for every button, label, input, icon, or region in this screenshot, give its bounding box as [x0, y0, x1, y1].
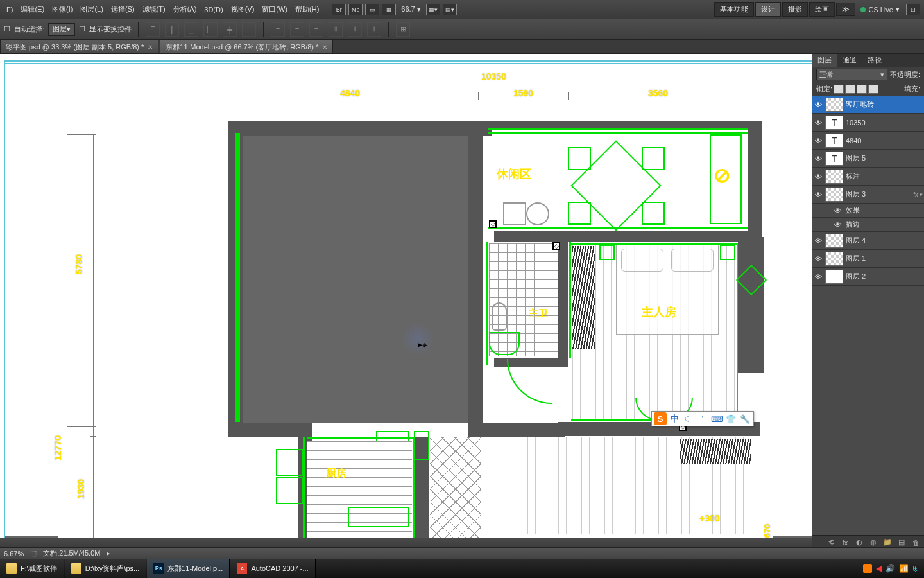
view-rulers-icon[interactable]: ▤▾ — [443, 4, 457, 15]
layer-label[interactable]: 图层 5 — [846, 153, 923, 163]
show-transform-checkbox[interactable]: ☐ — [79, 25, 85, 33]
layer-row[interactable]: 👁 图层 3 fx ▾ — [812, 186, 924, 204]
delete-layer-icon[interactable]: 🗑 — [910, 538, 921, 548]
layer-row[interactable]: 👁 标注 — [812, 168, 924, 186]
layer-row[interactable]: 👁 T 4840 — [812, 132, 924, 150]
text-layer-icon[interactable]: T — [825, 152, 843, 166]
workspace-design[interactable]: 设计 — [755, 2, 781, 17]
layer-row[interactable]: 👁 图层 4 — [812, 232, 924, 250]
dist-bottom-icon[interactable]: ≡ — [309, 22, 323, 37]
taskbar-item[interactable]: Ps 东郡11-Model.p... — [147, 559, 230, 578]
layer-effect-row[interactable]: 👁 效果 — [812, 204, 924, 218]
menu-help[interactable]: 帮助(H) — [291, 2, 323, 17]
layer-thumb[interactable] — [825, 170, 843, 184]
text-layer-icon[interactable]: T — [825, 134, 843, 148]
visibility-icon[interactable]: 👁 — [814, 136, 823, 145]
visibility-icon[interactable]: 👁 — [814, 190, 823, 199]
text-layer-icon[interactable]: T — [825, 116, 843, 130]
layer-list[interactable]: 👁 客厅地砖 👁 T 10350 👁 T 4840 👁 T 图层 5 👁 — [812, 96, 924, 535]
layer-mask-icon[interactable]: ◐ — [853, 538, 865, 548]
dist-top-icon[interactable]: ≡ — [271, 22, 285, 37]
menu-edit[interactable]: 编辑(E) — [17, 2, 48, 17]
auto-select-checkbox[interactable]: ☐ — [4, 25, 10, 33]
dist-vmid-icon[interactable]: ≡ — [290, 22, 304, 37]
canvas[interactable]: 10350 4840 1590 3560 5780 12770 1930 — [0, 54, 812, 536]
layer-row[interactable]: 👁 图层 1 — [812, 250, 924, 268]
doc-info-menu-icon[interactable]: ▸ — [107, 549, 110, 557]
lock-position-icon[interactable] — [857, 85, 867, 94]
workspace-paint[interactable]: 绘画 — [809, 2, 835, 17]
sogou-tray-icon[interactable] — [863, 564, 872, 573]
layer-label[interactable]: 图层 2 — [846, 272, 923, 281]
ime-skin-icon[interactable]: 👕 — [724, 412, 737, 425]
ime-moon-icon[interactable]: ☾ — [682, 412, 695, 425]
ime-softkbd-icon[interactable]: ⌨ — [710, 412, 723, 425]
link-layers-icon[interactable]: ⟲ — [825, 538, 837, 548]
zoom-level[interactable]: 66.7 ▾ — [401, 5, 420, 13]
align-bottom-icon[interactable]: ⎯ — [184, 22, 198, 37]
tray-network-icon[interactable]: 📶 — [899, 564, 909, 573]
ime-punct-icon[interactable]: ' — [696, 412, 709, 425]
layer-thumb[interactable] — [825, 98, 843, 112]
taskbar-item[interactable]: A AutoCAD 2007 -... — [230, 559, 315, 578]
layer-label[interactable]: 10350 — [846, 119, 923, 127]
workspace-photo[interactable]: 摄影 — [782, 2, 808, 17]
close-icon[interactable]: ✕ — [148, 44, 153, 51]
layer-label[interactable]: 图层 4 — [846, 236, 923, 245]
layer-row[interactable]: 👁 图层 2 — [812, 268, 924, 286]
menu-window[interactable]: 窗口(W) — [258, 2, 291, 17]
visibility-icon[interactable]: 👁 — [833, 206, 842, 215]
new-group-icon[interactable]: 📁 — [882, 538, 893, 548]
lock-all-icon[interactable] — [868, 85, 878, 94]
visibility-icon[interactable]: 👁 — [814, 154, 823, 163]
menu-select[interactable]: 选择(S) — [107, 2, 139, 17]
menu-layer[interactable]: 图层(L) — [76, 2, 107, 17]
new-layer-icon[interactable]: ▤ — [896, 538, 907, 548]
ime-toolbar[interactable]: S 中 ☾ ' ⌨ 👕 🔧 — [651, 411, 754, 426]
layer-row[interactable]: 👁 T 10350 — [812, 114, 924, 132]
layer-thumb[interactable] — [825, 234, 843, 248]
doc-info[interactable]: 文档:21.5M/45.0M — [43, 548, 100, 558]
visibility-icon[interactable]: 👁 — [814, 118, 823, 127]
visibility-icon[interactable]: 👁 — [814, 100, 823, 109]
align-top-icon[interactable]: ⎺ — [146, 22, 160, 37]
visibility-icon[interactable]: 👁 — [814, 236, 823, 245]
visibility-icon[interactable]: 👁 — [814, 172, 823, 181]
align-hmid-icon[interactable]: ╪ — [223, 22, 237, 37]
search-icon[interactable]: ⊡ — [906, 4, 920, 15]
tray-security-icon[interactable]: ⛨ — [912, 564, 920, 573]
layer-style-icon[interactable]: fx — [839, 538, 851, 548]
fx-badge[interactable]: fx ▾ — [913, 191, 923, 198]
layer-thumb[interactable] — [825, 252, 843, 266]
layer-row[interactable]: 👁 客厅地砖 — [812, 96, 924, 114]
layer-thumb[interactable] — [825, 270, 843, 284]
blend-mode-dropdown[interactable]: 正常▾ — [816, 69, 887, 80]
visibility-icon[interactable]: 👁 — [833, 220, 842, 229]
taskbar-item[interactable]: D:\lxy资料库\ps... — [65, 559, 146, 578]
visibility-icon[interactable]: 👁 — [814, 272, 823, 281]
auto-align-icon[interactable]: ⊞ — [396, 22, 410, 37]
document-tab-1[interactable]: 彩平图.psd @ 33.3% (图层 副本 5, RGB/8) * ✕ — [0, 40, 158, 53]
workspace-more[interactable]: ≫ — [836, 3, 855, 16]
taskbar-item[interactable]: F:\截图软件 — [0, 559, 64, 578]
canvas-viewport[interactable]: 10350 4840 1590 3560 5780 12770 1930 — [0, 54, 812, 549]
layer-label[interactable]: 图层 1 — [846, 254, 923, 263]
bridge-icon[interactable]: Br — [332, 4, 346, 15]
view-extras-icon[interactable]: ▦▾ — [426, 4, 440, 15]
cslive-button[interactable]: CS Live ▾ — [860, 5, 900, 13]
menu-3d[interactable]: 3D(D) — [200, 3, 227, 16]
tab-layers[interactable]: 图层 — [812, 54, 837, 67]
document-tab-2[interactable]: 东郡11-Model.psd @ 66.7% (客厅地砖, RGB/8) * ✕ — [160, 40, 333, 53]
lock-transparency-icon[interactable] — [834, 85, 844, 94]
align-vmid-icon[interactable]: ╫ — [165, 22, 179, 37]
ime-lang-icon[interactable]: 中 — [668, 412, 681, 425]
layer-label[interactable]: 4840 — [846, 137, 923, 144]
dist-left-icon[interactable]: ⦀ — [329, 22, 343, 37]
layer-label[interactable]: 标注 — [846, 171, 923, 181]
dist-hmid-icon[interactable]: ⦀ — [348, 22, 362, 37]
tab-paths[interactable]: 路径 — [862, 54, 887, 67]
align-right-icon[interactable]: ⎹ — [242, 22, 256, 37]
layer-effect-row[interactable]: 👁 描边 — [812, 218, 924, 232]
tab-channels[interactable]: 通道 — [837, 54, 862, 67]
tray-volume-icon[interactable]: 🔊 — [886, 564, 895, 573]
